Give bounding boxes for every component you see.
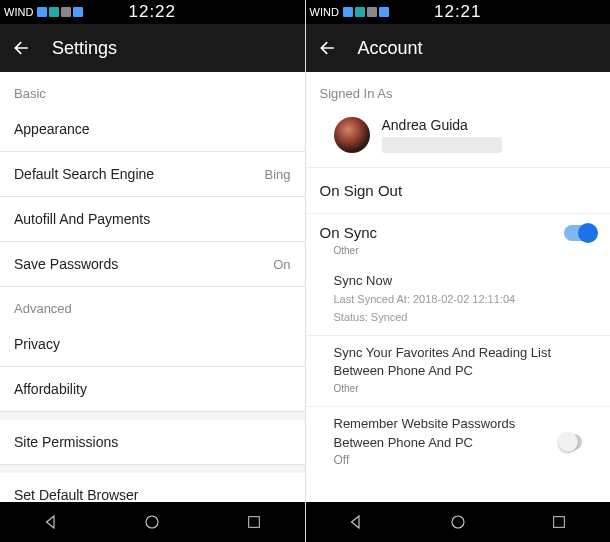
item-label: Default Search Engine <box>14 166 154 182</box>
status-icon <box>37 7 47 17</box>
square-icon <box>551 514 567 530</box>
svg-point-2 <box>452 516 464 528</box>
signed-in-label: Signed In As <box>306 72 611 107</box>
passwords-label: Remember Website Passwords Between Phone… <box>334 415 560 451</box>
svg-rect-1 <box>248 517 259 528</box>
sync-now-label: Sync Now <box>334 272 583 290</box>
status-icon <box>49 7 59 17</box>
nav-bar <box>0 502 305 542</box>
passwords-toggle[interactable] <box>560 434 582 450</box>
app-header: Account <box>306 24 611 72</box>
item-search-engine[interactable]: Default Search Engine Bing <box>0 152 305 197</box>
square-icon <box>246 514 262 530</box>
item-sync-now[interactable]: Sync Now Last Synced At: 2018-02-02 12:1… <box>306 264 611 336</box>
status-bar: WIND 12:22 <box>0 0 305 24</box>
back-button[interactable] <box>12 38 32 58</box>
item-sync[interactable]: On Sync <box>306 214 611 245</box>
svg-rect-3 <box>554 517 565 528</box>
item-label: Site Permissions <box>14 434 118 450</box>
status-icon <box>61 7 71 17</box>
item-value: On <box>273 257 290 272</box>
item-sync-favorites[interactable]: Sync Your Favorites And Reading List Bet… <box>306 336 611 407</box>
item-label: Appearance <box>14 121 90 137</box>
sync-sub: Other <box>306 245 611 264</box>
circle-icon <box>143 513 161 531</box>
item-value: On <box>320 182 340 199</box>
clock: 12:22 <box>128 2 176 22</box>
svg-point-0 <box>146 516 158 528</box>
carrier-label: WIND <box>310 6 339 18</box>
nav-home[interactable] <box>142 512 162 532</box>
circle-icon <box>449 513 467 531</box>
triangle-left-icon <box>42 513 60 531</box>
last-synced: Last Synced At: 2018-02-02 12:11:04 <box>334 292 583 307</box>
item-privacy[interactable]: Privacy <box>0 322 305 367</box>
page-title: Settings <box>52 38 117 59</box>
account-content: Signed In As Andrea Guida On Sign Out On… <box>306 72 611 502</box>
avatar <box>334 117 370 153</box>
item-value: On <box>320 224 340 241</box>
status-icon <box>355 7 365 17</box>
passwords-value: Off <box>334 452 560 469</box>
profile-email-placeholder <box>382 137 502 153</box>
back-button[interactable] <box>318 38 338 58</box>
nav-back[interactable] <box>346 512 366 532</box>
nav-recent[interactable] <box>549 512 569 532</box>
item-save-passwords[interactable]: Save Passwords On <box>0 242 305 287</box>
item-label: Set Default Browser <box>14 487 139 502</box>
arrow-left-icon <box>318 38 338 58</box>
item-label: Autofill And Payments <box>14 211 150 227</box>
item-label: Sync <box>344 224 377 241</box>
sync-toggle[interactable] <box>564 225 596 241</box>
item-label: Affordability <box>14 381 87 397</box>
item-label: Sign Out <box>344 182 402 199</box>
app-header: Settings <box>0 24 305 72</box>
item-affordability[interactable]: Affordability <box>0 367 305 412</box>
status-bar: WIND 12:21 <box>306 0 611 24</box>
item-site-permissions[interactable]: Site Permissions <box>0 420 305 465</box>
item-label: Privacy <box>14 336 60 352</box>
section-advanced: Advanced <box>0 287 305 322</box>
nav-recent[interactable] <box>244 512 264 532</box>
item-appearance[interactable]: Appearance <box>0 107 305 152</box>
carrier-label: WIND <box>4 6 33 18</box>
arrow-left-icon <box>12 38 32 58</box>
triangle-left-icon <box>347 513 365 531</box>
favorites-label: Sync Your Favorites And Reading List Bet… <box>334 344 583 380</box>
section-basic: Basic <box>0 72 305 107</box>
nav-back[interactable] <box>41 512 61 532</box>
page-title: Account <box>358 38 423 59</box>
clock: 12:21 <box>434 2 482 22</box>
item-sign-out[interactable]: On Sign Out <box>306 167 611 214</box>
status-icon <box>343 7 353 17</box>
sync-status: Status: Synced <box>334 310 583 325</box>
item-label: Save Passwords <box>14 256 118 272</box>
profile-name: Andrea Guida <box>382 117 502 133</box>
nav-bar <box>306 502 611 542</box>
item-value: Bing <box>264 167 290 182</box>
favorites-sub: Other <box>334 382 583 396</box>
item-remember-passwords[interactable]: Remember Website Passwords Between Phone… <box>306 407 611 478</box>
status-icon <box>73 7 83 17</box>
item-autofill[interactable]: Autofill And Payments <box>0 197 305 242</box>
status-icon <box>367 7 377 17</box>
settings-list: Basic Appearance Default Search Engine B… <box>0 72 305 502</box>
profile-row[interactable]: Andrea Guida <box>306 107 611 167</box>
nav-home[interactable] <box>448 512 468 532</box>
item-set-default-browser[interactable]: Set Default Browser <box>0 473 305 502</box>
status-icon <box>379 7 389 17</box>
